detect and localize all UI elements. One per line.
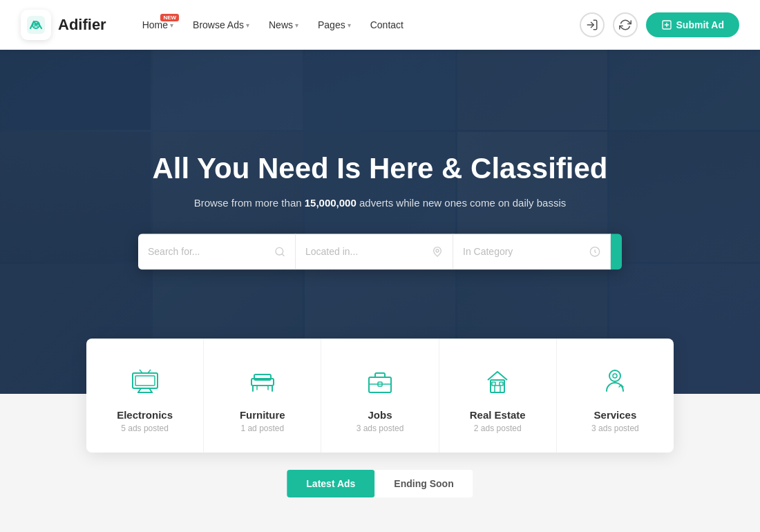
search-category-wrap — [453, 234, 611, 270]
login-icon[interactable] — [580, 12, 605, 37]
search-location-input[interactable] — [305, 247, 426, 258]
nav-links: Home NEW ▾ Browse Ads ▾ News ▾ Pages ▾ C… — [134, 15, 580, 35]
logo[interactable]: Adifier — [21, 10, 106, 40]
category-name: Services — [594, 409, 637, 421]
submit-ad-button[interactable]: Submit Ad — [646, 12, 739, 37]
category-icon — [589, 247, 600, 258]
tab-ending-soon[interactable]: Ending Soon — [374, 470, 473, 497]
svg-rect-11 — [135, 376, 155, 386]
svg-rect-23 — [369, 377, 391, 392]
nav-news[interactable]: News ▾ — [260, 15, 307, 35]
category-count: 3 ads posted — [591, 424, 639, 433]
furniture-icon — [245, 363, 281, 399]
new-badge: NEW — [160, 14, 179, 21]
svg-point-30 — [609, 370, 620, 381]
svg-point-8 — [436, 249, 439, 252]
location-icon — [432, 247, 443, 258]
hero-highlight: 15,000,000 — [305, 198, 357, 209]
chevron-down-icon: ▾ — [246, 21, 249, 29]
category-name: Furniture — [240, 409, 285, 421]
hero-subtitle: Browse from more than 15,000,000 adverts… — [138, 198, 622, 209]
chevron-down-icon: ▾ — [295, 21, 298, 29]
search-location-wrap — [296, 234, 453, 270]
category-electronics[interactable]: Electronics 5 ads posted — [86, 339, 204, 453]
svg-line-7 — [282, 254, 284, 256]
logo-icon — [21, 10, 51, 40]
nav-contact[interactable]: Contact — [362, 15, 412, 35]
search-keyword-input[interactable] — [148, 247, 269, 258]
category-name: Jobs — [368, 409, 392, 421]
categories-section: Electronics 5 ads posted Furniture 1 ad … — [86, 339, 674, 453]
category-furniture[interactable]: Furniture 1 ad posted — [204, 339, 321, 453]
brand-name: Adifier — [58, 16, 106, 34]
chevron-down-icon: ▾ — [348, 21, 351, 29]
svg-rect-28 — [492, 382, 495, 386]
category-name: Electronics — [117, 409, 173, 421]
category-count: 3 ads posted — [357, 424, 404, 433]
jobs-icon — [362, 363, 398, 399]
category-jobs[interactable]: Jobs 3 ads posted — [321, 339, 439, 453]
real-estate-icon — [479, 363, 515, 399]
refresh-icon[interactable] — [613, 12, 638, 37]
hero-section: All You Need Is Here & Classified Browse… — [0, 0, 760, 394]
navbar: Adifier Home NEW ▾ Browse Ads ▾ News ▾ P… — [0, 0, 760, 50]
tab-latest-ads[interactable]: Latest Ads — [287, 470, 374, 497]
search-category-input[interactable] — [463, 247, 584, 258]
category-services[interactable]: Services 3 ads posted — [557, 339, 674, 453]
search-keyword-wrap — [138, 234, 296, 270]
nav-home[interactable]: Home NEW ▾ — [134, 15, 182, 35]
services-icon — [597, 363, 633, 399]
svg-rect-27 — [495, 386, 500, 392]
category-count: 2 ads posted — [474, 424, 522, 433]
nav-actions: Submit Ad — [580, 12, 739, 37]
nav-browse-ads[interactable]: Browse Ads ▾ — [184, 15, 258, 35]
search-button[interactable]: Search — [611, 234, 622, 270]
electronics-icon — [127, 363, 163, 399]
category-count: 5 ads posted — [121, 424, 169, 433]
svg-rect-29 — [500, 382, 503, 386]
search-bar: Search — [138, 234, 622, 270]
tabs-section: Latest Ads Ending Soon — [287, 470, 473, 497]
hero-content: All You Need Is Here & Classified Browse… — [138, 151, 622, 269]
nav-pages[interactable]: Pages ▾ — [310, 15, 359, 35]
category-real-estate[interactable]: Real Estate 2 ads posted — [439, 339, 557, 453]
svg-point-31 — [613, 374, 617, 378]
chevron-down-icon: ▾ — [170, 21, 173, 29]
search-keyword-icon — [274, 247, 285, 258]
hero-title: All You Need Is Here & Classified — [138, 151, 622, 186]
category-count: 1 ad posted — [240, 424, 284, 433]
category-name: Real Estate — [470, 409, 526, 421]
